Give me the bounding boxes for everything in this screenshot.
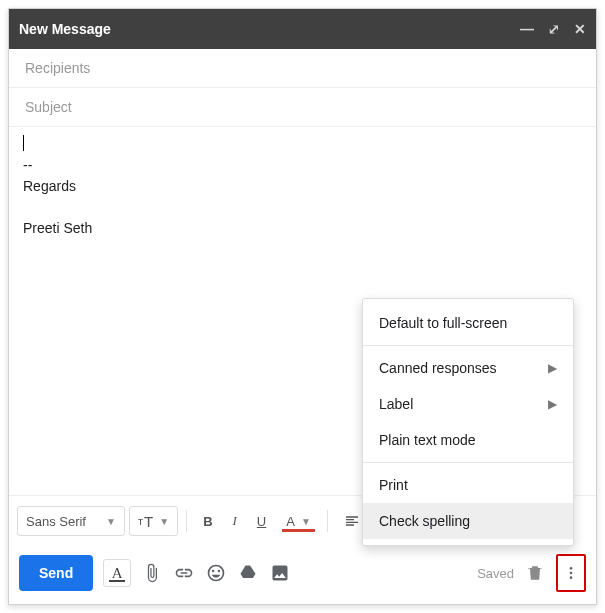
text-color-label: A [286,514,295,529]
svg-point-0 [570,567,573,570]
compose-window: New Message — ⤢ ✕ -- Regards Preeti Seth [8,8,597,605]
signature-regards: Regards [23,176,582,197]
menu-item-canned-responses[interactable]: Canned responses ▶ [363,350,573,386]
text-cursor [23,135,24,151]
font-family-dropdown[interactable]: Sans Serif ▼ [17,506,125,536]
attach-file-icon[interactable] [141,562,163,584]
menu-item-label-text: Label [379,396,413,412]
menu-separator [363,345,573,346]
recipients-input[interactable] [23,59,586,77]
chevron-right-icon: ▶ [548,361,557,375]
italic-button[interactable]: I [225,507,245,535]
close-icon[interactable]: ✕ [574,22,586,36]
compose-title: New Message [19,21,520,37]
chevron-down-icon: ▼ [159,516,169,527]
font-size-button[interactable]: тT ▼ [129,506,178,536]
menu-item-print[interactable]: Print [363,467,573,503]
insert-drive-icon[interactable] [237,562,259,584]
chevron-right-icon: ▶ [548,397,557,411]
subject-input[interactable] [23,98,586,116]
menu-item-check-spelling[interactable]: Check spelling [363,503,573,539]
svg-point-1 [570,572,573,575]
separator [327,510,328,532]
signature-dashes: -- [23,155,582,176]
menu-item-plain-text[interactable]: Plain text mode [363,422,573,458]
bold-button[interactable]: B [195,507,220,535]
menu-separator [363,462,573,463]
recipients-field[interactable] [9,49,596,88]
menu-item-label: Default to full-screen [379,315,507,331]
svg-point-2 [570,576,573,579]
more-options-menu: Default to full-screen Canned responses … [362,298,574,546]
insert-photo-icon[interactable] [269,562,291,584]
send-button[interactable]: Send [19,555,93,591]
discard-draft-icon[interactable] [524,562,546,584]
menu-item-label: Plain text mode [379,432,476,448]
font-family-label: Sans Serif [26,514,86,529]
menu-item-label: Check spelling [379,513,470,529]
insert-link-icon[interactable] [173,562,195,584]
saved-status: Saved [477,566,514,581]
signature-name: Preeti Seth [23,218,582,239]
more-options-button[interactable] [556,554,586,592]
separator [186,510,187,532]
menu-item-fullscreen[interactable]: Default to full-screen [363,305,573,341]
underline-button[interactable]: U [249,507,274,535]
subject-field[interactable] [9,88,596,127]
chevron-down-icon: ▼ [106,516,116,527]
insert-emoji-icon[interactable] [205,562,227,584]
bottom-toolbar: Send A Saved [9,546,596,604]
menu-item-label[interactable]: Label ▶ [363,386,573,422]
menu-item-label: Print [379,477,408,493]
chevron-down-icon: ▼ [301,516,311,527]
minimize-icon[interactable]: — [520,22,534,36]
formatting-options-button[interactable]: A [103,559,131,587]
menu-item-label: Canned responses [379,360,497,376]
compose-header: New Message — ⤢ ✕ [9,9,596,49]
text-color-button[interactable]: A ▼ [278,507,319,535]
fullscreen-icon[interactable]: ⤢ [548,22,560,36]
